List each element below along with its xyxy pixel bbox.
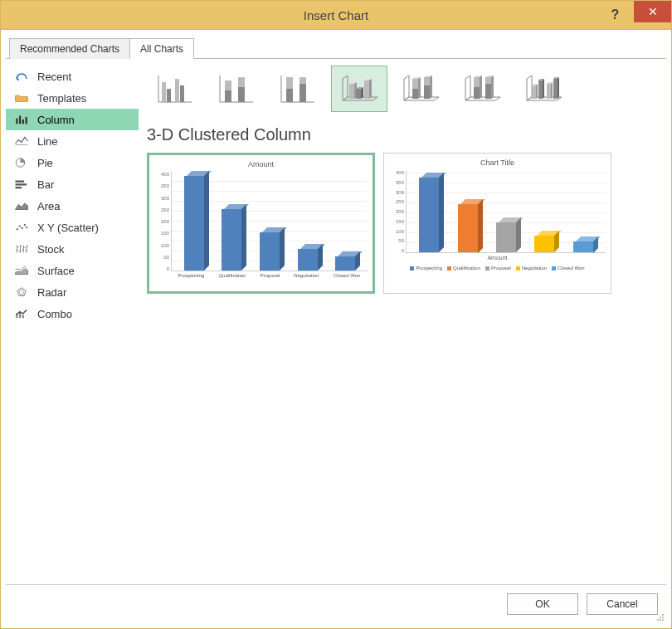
x-axis-labels: ProspectingQualificationProposalNegotiat… [171,273,368,278]
ok-button[interactable]: OK [507,593,578,615]
sidebar-item-column[interactable]: Column [6,109,139,130]
surface-chart-icon [14,264,29,277]
sidebar-item-stock[interactable]: Stock [6,238,139,260]
subtype-clustered-column[interactable] [147,66,203,112]
svg-point-11 [24,224,26,226]
sidebar-item-label: Surface [37,265,75,277]
svg-rect-19 [167,89,171,102]
sidebar-item-label: Bar [37,178,54,191]
column-chart-icon [14,113,29,126]
svg-rect-7 [16,187,22,188]
content-area: Recent Templates Column [6,58,666,584]
svg-point-54 [662,619,664,621]
x-axis-title: Amount [389,255,606,261]
pie-chart-icon [14,156,29,169]
subtype-gallery [147,66,658,112]
bar-chart-icon [14,178,29,191]
svg-rect-36 [364,80,369,99]
folder-icon [14,91,29,105]
sidebar-item-recent[interactable]: Recent [6,66,139,87]
dialog-footer: OK Cancel [6,584,666,623]
line-chart-icon [14,134,29,148]
subtype-3d-stacked-column[interactable] [392,66,449,112]
sidebar-item-label: Recent [37,71,71,83]
svg-rect-21 [180,85,184,102]
subtype-100-stacked-column[interactable] [270,66,326,112]
sidebar-item-radar[interactable]: Radar [6,281,139,303]
svg-point-9 [19,225,21,227]
y-axis: 050100150200250300350400 [389,170,406,253]
svg-rect-40 [424,85,430,99]
subtype-3d-column[interactable] [515,66,572,112]
dialog-title: Insert Chart [1,8,671,22]
svg-rect-1 [19,116,21,124]
sidebar-item-pie[interactable]: Pie [6,152,139,173]
sidebar-item-area[interactable]: Area [6,195,139,217]
resize-grip-icon[interactable] [656,613,665,622]
dialog-body: Recommended Charts All Charts Recent Tem… [1,29,671,628]
subtype-stacked-column[interactable] [208,66,265,112]
chart-area: 050100150200250300350400 [389,170,606,253]
sidebar-item-label: Templates [37,92,86,105]
plot-area [171,172,368,271]
svg-rect-34 [349,84,354,99]
svg-rect-18 [162,82,166,102]
chart-preview-2[interactable]: Chart Title 050100150200250300350400 Amo… [383,153,611,294]
svg-rect-31 [286,89,293,102]
cancel-button[interactable]: Cancel [587,593,658,615]
subtype-3d-100-stacked-column[interactable] [454,66,510,112]
sidebar-item-label: Area [37,200,60,212]
titlebar: Insert Chart ? ✕ [1,1,671,29]
scatter-chart-icon [14,221,29,234]
sidebar-item-label: Stock [37,243,65,256]
tab-all-charts[interactable]: All Charts [129,38,194,59]
sidebar-item-combo[interactable]: Combo [6,303,139,324]
subtype-3d-clustered-column[interactable] [331,66,387,112]
combo-chart-icon [14,307,29,320]
svg-point-12 [26,227,27,228]
svg-rect-25 [225,90,231,102]
sidebar-item-bar[interactable]: Bar [6,173,139,195]
chart-preview-1[interactable]: Amount 050100150200250300350400 Prospect… [147,153,375,294]
svg-rect-35 [356,89,361,99]
chart-category-sidebar: Recent Templates Column [6,59,139,584]
sidebar-item-label: Column [37,114,75,126]
svg-point-50 [660,617,661,618]
window-controls: ? ✕ [597,1,671,29]
sidebar-item-label: Pie [37,157,53,169]
svg-rect-2 [22,119,24,124]
svg-rect-3 [26,117,27,124]
tab-recommended-charts[interactable]: Recommended Charts [9,38,130,59]
svg-rect-42 [474,87,480,99]
sidebar-item-label: Combo [37,308,72,320]
svg-rect-45 [532,85,536,99]
subtype-name: 3-D Clustered Column [147,125,658,144]
svg-point-52 [657,619,659,621]
y-axis: 050100150200250300350400 [154,172,171,271]
svg-rect-20 [175,79,179,102]
svg-rect-48 [553,79,558,99]
svg-rect-46 [538,80,543,99]
svg-rect-44 [485,84,491,99]
svg-rect-0 [16,119,17,124]
sidebar-item-surface[interactable]: Surface [6,260,139,281]
svg-rect-47 [547,84,551,99]
area-chart-icon [14,199,29,212]
svg-rect-15 [22,315,24,319]
plot-area [406,170,606,253]
preview-title: Chart Title [389,158,606,167]
svg-rect-38 [412,89,418,99]
close-button[interactable]: ✕ [634,1,671,22]
recent-icon [14,70,29,83]
svg-rect-5 [16,181,25,183]
legend: ProspectingQualificationProposalNegotiat… [389,266,606,271]
sidebar-item-templates[interactable]: Templates [6,87,139,109]
svg-point-49 [662,614,664,616]
sidebar-item-scatter[interactable]: X Y (Scatter) [6,217,139,238]
preview-row: Amount 050100150200250300350400 Prospect… [147,153,658,294]
preview-title: Amount [154,160,368,168]
svg-rect-6 [16,183,27,185]
svg-rect-27 [238,87,245,102]
help-button[interactable]: ? [597,1,634,29]
sidebar-item-line[interactable]: Line [6,130,139,152]
